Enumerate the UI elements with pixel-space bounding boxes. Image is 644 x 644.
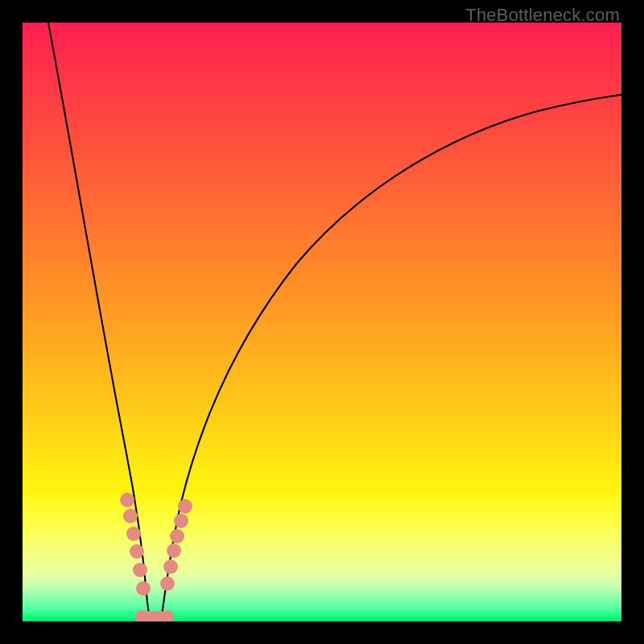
svg-point-1 [123,509,138,523]
svg-point-4 [133,563,147,577]
plot-area [23,23,621,621]
svg-point-10 [174,514,188,528]
svg-point-5 [136,581,151,596]
bottom-strip [135,610,174,621]
chart-frame: TheBottleneck.com [0,0,644,644]
svg-point-11 [178,499,192,514]
svg-point-6 [160,576,175,591]
watermark-text: TheBottleneck.com [465,5,620,26]
svg-point-8 [167,543,181,558]
svg-point-2 [126,526,141,541]
right-curve [161,93,621,621]
svg-point-9 [170,529,184,543]
highlight-dots-right [160,499,192,591]
curves-svg [23,23,621,621]
svg-point-0 [120,493,134,507]
svg-point-3 [130,544,144,559]
svg-point-7 [163,559,178,574]
